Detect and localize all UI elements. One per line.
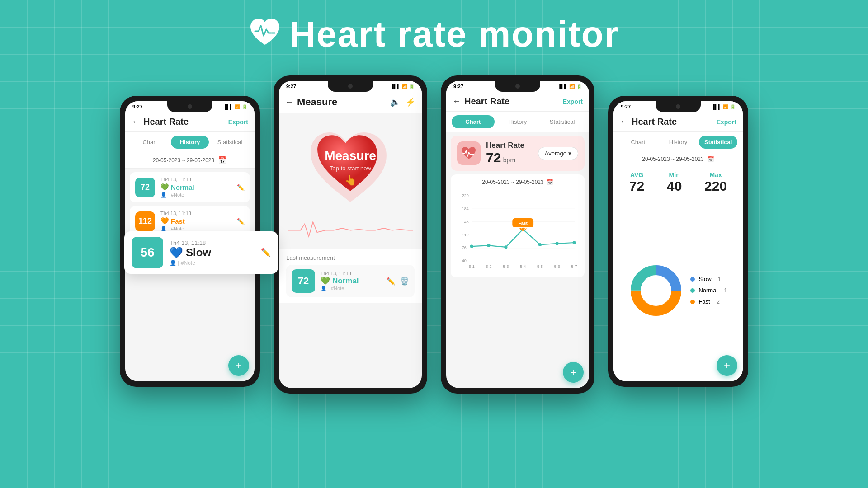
page-title: Heart rate monitor	[289, 14, 619, 55]
export-button-4[interactable]: Export	[717, 118, 736, 126]
dot-normal	[690, 288, 695, 293]
tooltip-status: 💙 Slow	[170, 246, 255, 259]
dot-slow	[690, 277, 695, 282]
edit-mcard[interactable]: ✏️	[387, 277, 396, 286]
measure-icons: 🔈 ⚡	[390, 97, 415, 107]
phones-container: 9:27 ▐▌▌ 📶 🔋 ← Heart Rate Export Chart H…	[0, 69, 868, 394]
flash-icon[interactable]: ⚡	[406, 97, 415, 107]
svg-text:40: 40	[462, 258, 467, 263]
item-status-1: 💚 Normal	[160, 183, 231, 191]
calendar-icon-4[interactable]: 📅	[708, 156, 714, 162]
tabs-4: Chart History Statistical	[613, 132, 743, 152]
export-button-3[interactable]: Export	[563, 98, 583, 105]
tooltip-edit-icon[interactable]: ✏️	[261, 248, 271, 258]
measure-header: ← Measure 🔈 ⚡	[279, 92, 422, 113]
page-header: Heart rate monitor	[0, 0, 868, 64]
item-details-3: Th4 13, 11:18 🧡 Fast 👤 | #Note	[160, 211, 231, 232]
average-dropdown[interactable]: Average ▾	[538, 147, 578, 160]
back-button-1[interactable]: ←	[132, 117, 140, 127]
mcard-note: 👤 | #Note	[321, 286, 381, 291]
date-range-1: 20-05-2023 ~ 29-05-2023 📅	[125, 152, 255, 169]
ecg-wave	[288, 217, 413, 239]
tab-chart-1[interactable]: Chart	[131, 136, 169, 149]
tab-history-4[interactable]: History	[659, 136, 698, 149]
tab-chart-3[interactable]: Chart	[452, 115, 495, 128]
status-icons-2: ▐▌▌ 📶 🔋	[391, 84, 415, 89]
volume-icon[interactable]: 🔈	[390, 97, 400, 107]
legend-slow: Slow 1	[690, 276, 727, 282]
svg-point-32	[641, 276, 671, 305]
bpm-badge-3: 112	[135, 211, 155, 231]
last-label: Last measurement	[286, 254, 415, 261]
heart-rate-card: Heart Rate 72 bpm Average ▾	[451, 136, 585, 171]
phone-notch-2	[328, 81, 373, 92]
stat-avg: AVG 72	[629, 171, 644, 194]
app-title-4: Heart Rate	[632, 117, 713, 127]
phone-2-screen: 9:27 ▐▌▌ 📶 🔋 ← Measure 🔈 ⚡	[279, 81, 422, 388]
tab-statistical-3[interactable]: Statistical	[541, 115, 584, 128]
svg-point-14	[504, 245, 507, 249]
hr-icon-box	[457, 141, 481, 165]
tooltip-bpm: 56	[132, 237, 163, 268]
item-status-3: 🧡 Fast	[160, 217, 231, 225]
svg-text:76: 76	[462, 245, 467, 250]
stat-min: Min 40	[667, 171, 682, 194]
status-icons-1: ▐▌▌ 📶 🔋	[223, 104, 247, 109]
back-button-4[interactable]: ←	[620, 117, 628, 127]
phone-notch-4	[656, 101, 701, 112]
svg-text:5-1: 5-1	[469, 264, 475, 269]
item-date-3: Th4 13, 11:18	[160, 211, 231, 216]
history-item-1: 72 Th4 13, 11:18 💚 Normal 👤 | #Note ✏️	[130, 172, 250, 202]
battery-icon: 🔋	[242, 104, 247, 109]
mcard-status: 💚 Normal	[321, 276, 381, 286]
status-time-1: 9:27	[132, 104, 142, 109]
app-header-4: ← Heart Rate Export	[613, 112, 743, 132]
wifi-icon: 📶	[235, 104, 240, 109]
calendar-icon-3[interactable]: 📅	[547, 179, 553, 185]
bpm-badge-1: 72	[135, 178, 155, 197]
tabs-3: Chart History Statistical	[446, 112, 589, 132]
svg-text:112: 112	[462, 233, 469, 237]
status-icons-3: ▐▌▌ 📶 🔋	[558, 84, 582, 89]
delete-mcard[interactable]: 🗑️	[400, 277, 409, 286]
tab-chart-4[interactable]: Chart	[619, 136, 657, 149]
last-measurement: Last measurement 72 Th4 13, 11:18 💚 Norm…	[279, 249, 422, 303]
phone-chart: 9:27 ▐▌▌ 📶 🔋 ← Heart Rate Export Chart H…	[441, 75, 594, 394]
status-time-3: 9:27	[453, 84, 463, 89]
fab-button-1[interactable]: +	[228, 355, 249, 376]
tab-statistical-1[interactable]: Statistical	[211, 136, 249, 149]
app-title-3: Heart Rate	[464, 96, 559, 107]
legend-normal: Normal 1	[690, 287, 727, 294]
mcard-bpm: 72	[292, 269, 315, 293]
svg-text:5-3: 5-3	[503, 264, 509, 269]
tab-history-1[interactable]: History	[171, 136, 209, 149]
tabs-1: Chart History Statistical	[125, 132, 255, 152]
svg-point-17	[556, 242, 559, 245]
signal-icon: ▐▌▌	[223, 104, 233, 109]
svg-text:112: 112	[519, 226, 527, 231]
phone-measure: 9:27 ▐▌▌ 📶 🔋 ← Measure 🔈 ⚡	[274, 75, 427, 394]
back-button-2[interactable]: ←	[285, 98, 293, 107]
camera-4	[676, 104, 680, 109]
phone-4-screen: 9:27 ▐▌▌ 📶 🔋 ← Heart Rate Export Chart H…	[613, 101, 743, 381]
back-button-3[interactable]: ←	[453, 97, 461, 106]
edit-icon-3[interactable]: ✏️	[237, 218, 245, 225]
item-details-1: Th4 13, 11:18 💚 Normal 👤 | #Note	[160, 177, 231, 198]
phone-3-screen: 9:27 ▐▌▌ 📶 🔋 ← Heart Rate Export Chart H…	[446, 81, 589, 388]
edit-icon-1[interactable]: ✏️	[237, 184, 245, 191]
heart-container[interactable]: Measure Tap to start now 👆	[279, 113, 422, 249]
export-button-1[interactable]: Export	[228, 118, 248, 126]
tab-history-3[interactable]: History	[496, 115, 539, 128]
line-chart: 220 184 148 112 76 40	[455, 190, 580, 271]
svg-text:5-7: 5-7	[571, 264, 577, 269]
fab-button-3[interactable]: +	[563, 362, 584, 383]
camera-2	[348, 84, 353, 89]
tab-statistical-4[interactable]: Statistical	[699, 136, 737, 149]
status-time-4: 9:27	[621, 104, 631, 109]
fingerprint-icon: 👆	[325, 174, 376, 186]
fab-button-4[interactable]: +	[717, 355, 737, 376]
status-time-2: 9:27	[286, 84, 296, 89]
svg-text:5-4: 5-4	[520, 264, 526, 269]
hr-info: Heart Rate 72 bpm	[486, 141, 524, 165]
calendar-icon-1[interactable]: 📅	[218, 156, 227, 164]
